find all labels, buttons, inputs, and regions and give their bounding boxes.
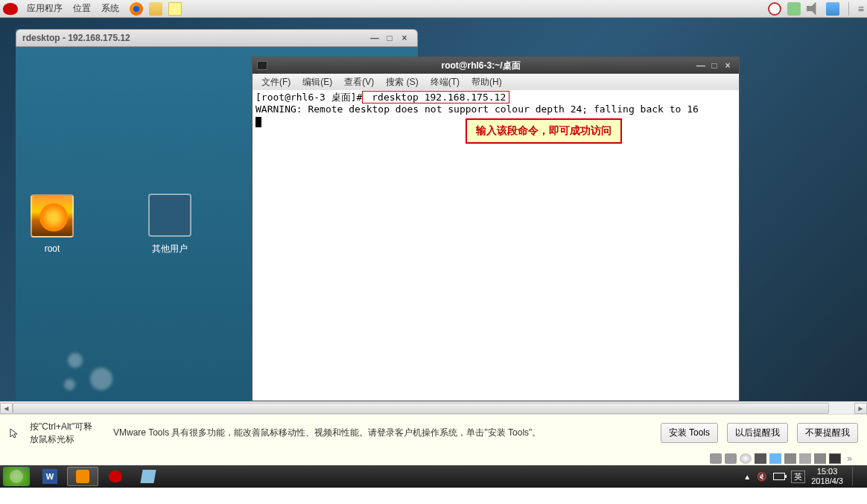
user-avatar-root — [31, 194, 74, 237]
vmware-hint-bar: 按"Ctrl+Alt"可释 放鼠标光标 VMware Tools 具有很多功能，… — [0, 414, 867, 451]
dont-remind-button[interactable]: 不要提醒我 — [797, 423, 858, 443]
scroll-track[interactable] — [13, 403, 854, 414]
terminal-titlebar[interactable]: root@rhl6-3:~/桌面 — □ × — [253, 57, 739, 74]
terminal-minimize-button[interactable]: — — [694, 60, 708, 71]
close-button[interactable]: × — [398, 32, 411, 44]
sound-card-icon[interactable] — [814, 453, 826, 464]
taskbar-clock[interactable]: 15:03 2018/4/3 — [811, 467, 843, 485]
user-tile-other[interactable]: 其他用户 — [148, 194, 191, 255]
user-label-other: 其他用户 — [152, 243, 188, 255]
system-menu[interactable]: 系统 — [97, 1, 124, 16]
windows-taskbar: W ▲ 🔇 英 15:03 2018/4/3 — [0, 465, 867, 488]
vmware-workstation-icon — [76, 470, 89, 483]
terminal-cursor — [255, 117, 261, 127]
menu-terminal[interactable]: 终端(T) — [425, 74, 466, 90]
terminal-line-2: WARNING: Remote desktop does not support… — [255, 103, 736, 115]
install-tools-button[interactable]: 安装 Tools — [661, 423, 718, 443]
virtual-machine-desktop: 应用程序 位置 系统 ≡ rdesktop - 192.168.175.12 —… — [0, 0, 867, 401]
nautilus-icon[interactable] — [149, 2, 162, 16]
vmware-tools-message: VMware Tools 具有很多功能，能改善鼠标移动性、视频和性能。请登录客户… — [113, 427, 652, 439]
panel-menu-icon[interactable]: ≡ — [858, 3, 864, 15]
menu-help[interactable]: 帮助(H) — [466, 74, 508, 90]
decorative-bubbles — [60, 353, 135, 398]
minimize-button[interactable]: — — [368, 32, 381, 44]
cd-icon[interactable] — [740, 453, 752, 464]
rdesktop-titlebar[interactable]: rdesktop - 192.168.175.12 — □ × — [16, 29, 418, 47]
disk-icon-2[interactable] — [725, 453, 737, 464]
places-menu[interactable]: 位置 — [69, 1, 95, 16]
battery-icon[interactable] — [773, 473, 785, 480]
command-highlight: rdesktop 192.168.175.12 — [362, 91, 509, 103]
terminal-menubar: 文件(F) 编辑(E) 查看(V) 搜索 (S) 终端(T) 帮助(H) — [253, 74, 739, 90]
menu-file[interactable]: 文件(F) — [255, 74, 296, 90]
terminal-window: root@rhl6-3:~/桌面 — □ × 文件(F) 编辑(E) 查看(V)… — [252, 57, 740, 401]
ime-indicator[interactable]: 英 — [791, 470, 805, 483]
taskbar-notepad[interactable] — [133, 467, 164, 486]
update-icon[interactable] — [768, 2, 781, 16]
redhat-taskbar-icon — [109, 470, 122, 482]
remind-later-button[interactable]: 以后提醒我 — [727, 423, 788, 443]
terminal-close-button[interactable]: × — [721, 60, 734, 71]
maximize-button[interactable]: □ — [383, 32, 396, 44]
applications-menu[interactable]: 应用程序 — [22, 1, 67, 16]
scroll-left-button[interactable]: ◄ — [0, 403, 13, 414]
disk-icon[interactable] — [710, 453, 722, 464]
net-adapter-icon[interactable] — [769, 453, 781, 464]
terminal-title: root@rhl6-3:~/桌面 — [267, 60, 694, 72]
notes-icon[interactable] — [168, 2, 182, 16]
menu-edit[interactable]: 编辑(E) — [296, 74, 338, 90]
cursor-icon — [9, 427, 21, 439]
rdesktop-title: rdesktop - 192.168.175.12 — [22, 33, 366, 43]
user-avatar-other — [148, 194, 191, 237]
panel-separator — [848, 2, 849, 16]
terminal-app-icon — [257, 61, 267, 70]
taskbar-word[interactable]: W — [34, 467, 66, 486]
volume-mute-icon[interactable]: 🔇 — [757, 472, 767, 482]
menu-view[interactable]: 查看(V) — [338, 74, 380, 90]
word-icon: W — [42, 469, 57, 484]
terminal-content[interactable]: [root@rhl6-3 桌面]# rdesktop 192.168.175.1… — [253, 90, 739, 401]
scroll-thumb[interactable] — [13, 403, 829, 414]
user-label-root: root — [45, 243, 60, 254]
start-orb-icon — [10, 470, 23, 483]
annotation-callout: 输入该段命令，即可成功访问 — [466, 118, 622, 144]
usb-icon[interactable] — [784, 453, 796, 464]
floppy-icon[interactable] — [755, 453, 766, 464]
terminal-line-1: [root@rhl6-3 桌面]# rdesktop 192.168.175.1… — [255, 92, 736, 103]
printer-icon[interactable] — [799, 453, 811, 464]
network-manager-icon[interactable] — [826, 2, 839, 16]
start-button[interactable] — [3, 467, 30, 486]
show-desktop-button[interactable] — [852, 467, 860, 486]
gnome-top-panel: 应用程序 位置 系统 ≡ — [0, 0, 867, 18]
release-cursor-hint: 按"Ctrl+Alt"可释 放鼠标光标 — [30, 421, 104, 446]
desktop-content: rdesktop - 192.168.175.12 — □ × root 其他用… — [0, 18, 867, 401]
notepad-icon — [140, 470, 156, 483]
vmware-status-icons: » — [0, 451, 867, 465]
packagekit-icon[interactable] — [787, 2, 801, 16]
menu-search[interactable]: 搜索 (S) — [380, 74, 424, 90]
volume-icon[interactable] — [807, 2, 820, 16]
horizontal-scrollbar[interactable]: ◄ ► — [0, 401, 867, 414]
scroll-right-button[interactable]: ► — [854, 403, 867, 414]
user-tile-root[interactable]: root — [31, 194, 74, 254]
taskbar-vmware[interactable] — [67, 467, 98, 486]
display-icon[interactable] — [829, 453, 841, 464]
tray-expand-icon[interactable]: ▲ — [743, 473, 751, 481]
terminal-maximize-button[interactable]: □ — [708, 60, 721, 71]
redhat-icon — [3, 3, 18, 15]
taskbar-redhat[interactable] — [100, 467, 131, 486]
firefox-icon[interactable] — [130, 2, 143, 16]
vmware-chevron-icon[interactable]: » — [847, 453, 852, 464]
